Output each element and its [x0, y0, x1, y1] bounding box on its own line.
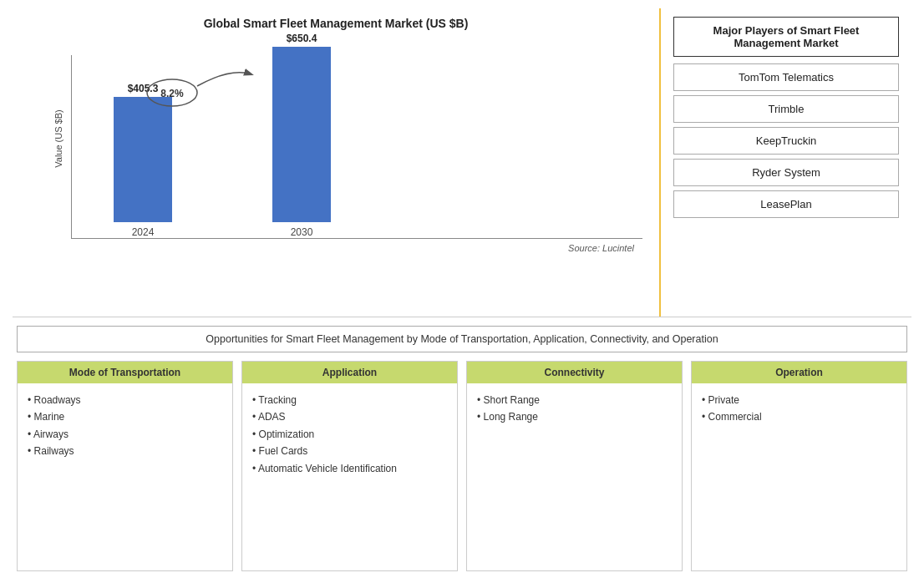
segment-list-0: Roadways Marine Airways Railways	[28, 392, 222, 460]
segment-body-2: Short Range Long Range	[467, 383, 682, 434]
bar-2030	[272, 47, 331, 222]
segment-col-3: Operation Private Commercial	[691, 361, 907, 571]
bar-group-2030: $650.4 2030	[272, 33, 331, 238]
segment-list-3: Private Commercial	[702, 392, 896, 426]
top-section: Global Smart Fleet Management Market (US…	[13, 8, 911, 317]
list-item: Airways	[28, 426, 222, 443]
segments-row: Mode of Transportation Roadways Marine A…	[17, 361, 907, 571]
segment-col-2: Connectivity Short Range Long Range	[466, 361, 683, 571]
segment-body-0: Roadways Marine Airways Railways	[18, 383, 232, 469]
opportunities-title: Opportunities for Smart Fleet Management…	[17, 326, 907, 352]
y-axis-label: Value (US $B)	[53, 109, 63, 168]
segment-list-1: Tracking ADAS Optimization Fuel Cards Au…	[252, 392, 447, 477]
bottom-section: Opportunities for Smart Fleet Management…	[13, 317, 911, 580]
player-item-2: KeepTruckin	[673, 127, 899, 155]
source-text: Source: Lucintel	[29, 243, 642, 253]
list-item: Commercial	[702, 408, 896, 425]
segment-col-0: Mode of Transportation Roadways Marine A…	[17, 361, 233, 571]
list-item: Railways	[28, 443, 222, 459]
bar-label-2030: 2030	[291, 226, 313, 238]
segment-header-2: Connectivity	[467, 362, 682, 383]
bar-label-2024: 2024	[132, 226, 155, 238]
bar-group-2024: $405.3 2024	[114, 83, 172, 238]
bar-value-2024: $405.3	[128, 83, 159, 94]
chart-wrapper: Value (US $B) 8.2%	[29, 38, 642, 239]
player-item-4: LeasePlan	[673, 190, 899, 218]
player-item-0: TomTom Telematics	[673, 63, 899, 91]
segment-col-1: Application Tracking ADAS Optimization F…	[241, 361, 458, 571]
list-item: Optimization	[252, 426, 447, 443]
main-container: Global Smart Fleet Management Market (US…	[0, 0, 924, 588]
player-item-1: Trimble	[673, 95, 899, 123]
list-item: Fuel Cards	[252, 443, 447, 459]
player-item-3: Ryder System	[673, 159, 899, 186]
list-item: Roadways	[28, 392, 222, 408]
chart-area: Global Smart Fleet Management Market (US…	[13, 8, 661, 317]
segment-body-1: Tracking ADAS Optimization Fuel Cards Au…	[242, 383, 457, 485]
segment-body-3: Private Commercial	[692, 383, 906, 434]
list-item: Short Range	[477, 392, 672, 408]
list-item: Automatic Vehicle Identification	[252, 460, 447, 477]
list-item: Marine	[28, 408, 222, 425]
segment-list-2: Short Range Long Range	[477, 392, 672, 426]
segment-header-1: Application	[242, 362, 457, 383]
list-item: Tracking	[252, 392, 447, 408]
list-item: ADAS	[252, 408, 447, 425]
segment-header-0: Mode of Transportation	[18, 362, 232, 383]
bar-chart-inner: 8.2% $405.3 2024	[71, 55, 642, 239]
bar-2024	[114, 97, 172, 222]
segment-header-3: Operation	[692, 362, 906, 383]
chart-title: Global Smart Fleet Management Market (US…	[204, 17, 469, 30]
players-area: Major Players of Smart Fleet Management …	[661, 8, 911, 317]
bar-value-2030: $650.4	[287, 33, 317, 44]
list-item: Private	[702, 392, 896, 408]
list-item: Long Range	[477, 408, 672, 425]
players-title: Major Players of Smart Fleet Management …	[673, 17, 899, 57]
